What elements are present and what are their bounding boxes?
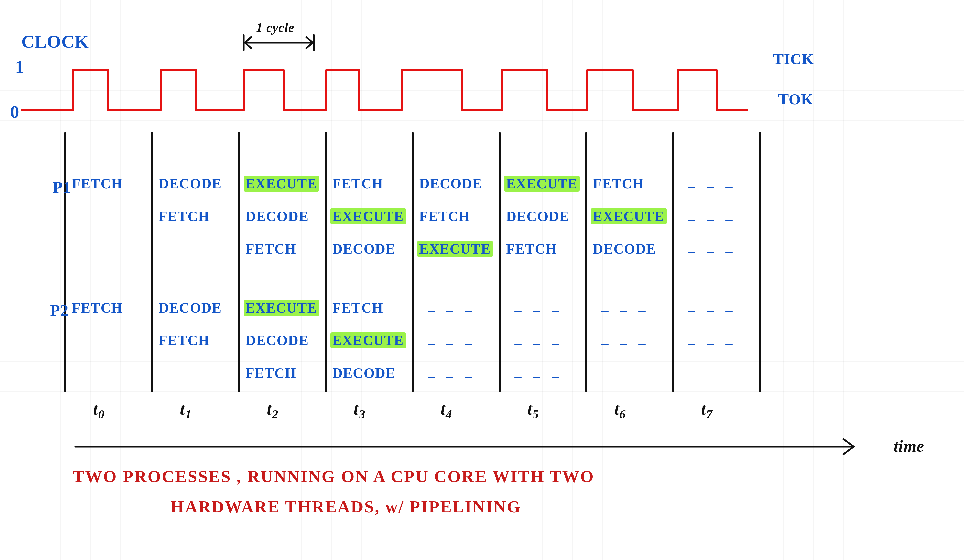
pipeline-stage: FETCH xyxy=(244,241,298,257)
pipeline-stage: FETCH xyxy=(70,175,125,192)
pipeline-stage: EXECUTE xyxy=(244,175,319,192)
caption-line-1: TWO PROCESSES , RUNNING ON A CPU CORE WI… xyxy=(73,467,594,487)
p2-label: P2 xyxy=(50,301,68,320)
pipeline-stage: DECODE xyxy=(331,241,398,257)
pipeline-stage: FETCH xyxy=(70,300,125,316)
pipeline-stage: FETCH xyxy=(331,300,385,316)
cycle-arrow xyxy=(244,35,314,50)
time-col-label: t0 xyxy=(93,399,105,422)
pipeline-stage: FETCH xyxy=(591,175,646,192)
tok-label: TOK xyxy=(778,90,813,108)
pipeline-stage: FETCH xyxy=(157,208,212,224)
time-col-label: t4 xyxy=(441,399,452,422)
caption-line-2: HARDWARE THREADS, w/ PIPELINING xyxy=(171,497,521,516)
continuation-dots: – – – xyxy=(515,335,563,351)
continuation-dots: – – – xyxy=(601,335,650,351)
pipeline-stage: DECODE xyxy=(591,241,658,257)
pipeline-stage: FETCH xyxy=(331,175,385,192)
cycle-label: 1 cycle xyxy=(256,20,295,35)
continuation-dots: – – – xyxy=(688,211,736,227)
clock-level-1: 1 xyxy=(15,57,24,77)
time-col-label: t5 xyxy=(528,399,539,422)
pipeline-stage: EXECUTE xyxy=(331,208,406,224)
continuation-dots: – – – xyxy=(428,368,476,384)
pipeline-stage: EXECUTE xyxy=(504,175,580,192)
pipeline-stage: EXECUTE xyxy=(331,333,406,349)
continuation-dots: – – – xyxy=(688,243,736,260)
time-col-label: t3 xyxy=(354,399,365,422)
continuation-dots: – – – xyxy=(601,302,650,318)
pipeline-stage: DECODE xyxy=(157,175,224,192)
pipeline-stage: DECODE xyxy=(157,300,224,316)
clock-label: CLOCK xyxy=(21,31,89,52)
continuation-dots: – – – xyxy=(688,335,736,351)
continuation-dots: – – – xyxy=(428,335,476,351)
time-col-label: t2 xyxy=(267,399,278,422)
pipeline-stage: DECODE xyxy=(504,208,572,224)
pipeline-stage: DECODE xyxy=(244,333,311,349)
continuation-dots: – – – xyxy=(515,302,563,318)
clock-wave xyxy=(21,70,748,110)
pipeline-stage: EXECUTE xyxy=(244,300,319,316)
continuation-dots: – – – xyxy=(688,302,736,318)
tick-label: TICK xyxy=(773,50,814,68)
pipeline-stage: FETCH xyxy=(244,365,298,381)
continuation-dots: – – – xyxy=(515,368,563,384)
continuation-dots: – – – xyxy=(688,178,736,194)
pipeline-stage: FETCH xyxy=(417,208,472,224)
continuation-dots: – – – xyxy=(428,302,476,318)
pipeline-stage: DECODE xyxy=(331,365,398,381)
time-col-label: t1 xyxy=(180,399,192,422)
pipeline-stage: FETCH xyxy=(157,333,212,349)
time-col-label: t6 xyxy=(614,399,626,422)
pipeline-stage: FETCH xyxy=(504,241,559,257)
time-arrow xyxy=(75,439,853,454)
time-label: time xyxy=(894,437,924,456)
pipeline-stage: EXECUTE xyxy=(591,208,666,224)
p1-label: P1 xyxy=(53,178,71,197)
time-col-label: t7 xyxy=(701,399,713,422)
pipeline-stage: DECODE xyxy=(244,208,311,224)
pipeline-stage: DECODE xyxy=(417,175,485,192)
pipeline-stage: EXECUTE xyxy=(417,241,493,257)
clock-level-0: 0 xyxy=(10,102,20,122)
